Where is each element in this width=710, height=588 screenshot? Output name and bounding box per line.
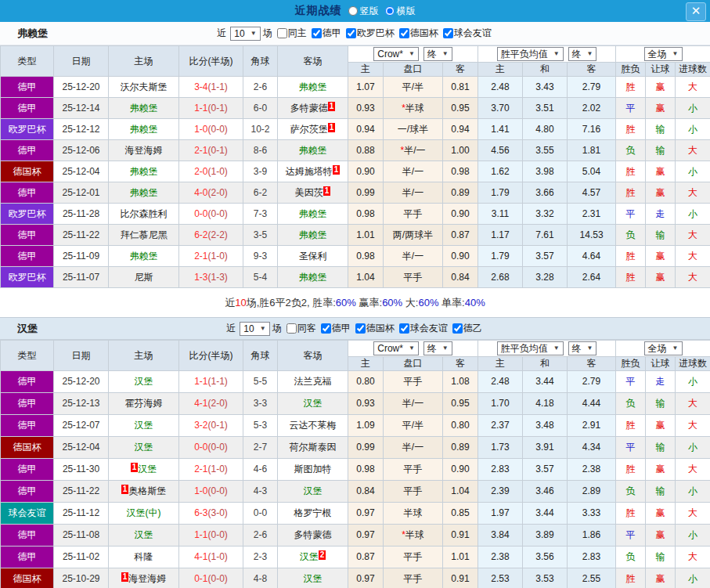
team-name[interactable]: 汉堡(中) (127, 503, 161, 524)
team-name[interactable]: 汉堡 (135, 525, 153, 546)
horizontal-layout-radio[interactable] (385, 6, 395, 16)
period-select[interactable]: 10 ▼ (240, 322, 269, 336)
league-checkbox[interactable] (452, 323, 463, 334)
team-name[interactable]: 比尔森胜利 (121, 204, 168, 224)
odds-provider-select[interactable]: Crow* ▼ (373, 47, 419, 61)
team-name[interactable]: 弗赖堡 (130, 98, 158, 118)
team-name[interactable]: 汉堡 (304, 481, 323, 502)
team-name[interactable]: 弗赖堡 (299, 204, 327, 224)
team-name[interactable]: 荷尔斯泰因 (290, 437, 337, 458)
team-name[interactable]: 汉堡 (304, 568, 323, 588)
result-handicap: 赢 (646, 77, 676, 98)
league-checkbox[interactable] (321, 323, 331, 334)
team-name[interactable]: 汉堡2 (300, 547, 326, 568)
away-team: 弗赖堡 (278, 77, 348, 98)
same-venue-checkbox[interactable] (277, 28, 287, 38)
halftime-score: (1-0) (208, 464, 228, 474)
col-header-away: 客场 (278, 46, 348, 77)
league-filter-option[interactable]: 德甲 (321, 322, 351, 335)
vertical-layout-radio[interactable] (348, 6, 358, 16)
corner-score: 2-6 (243, 525, 278, 547)
team-name[interactable]: 汉堡 (135, 437, 153, 458)
league-filter-option[interactable]: 德甲 (312, 27, 341, 40)
col-header-home: 主场 (109, 46, 179, 77)
league-filter-option[interactable]: 德国杯 (355, 322, 395, 335)
league-filter-option[interactable]: 德国杯 (399, 27, 438, 40)
team-name[interactable]: 多特蒙德 (294, 525, 332, 546)
odds-stage-select[interactable]: 终 ▼ (423, 341, 452, 355)
team-name[interactable]: 斯图加特 (294, 459, 332, 480)
league-filter-option[interactable]: 球会友谊 (443, 27, 492, 40)
handicap-odds-home: 0.93 (348, 98, 384, 119)
team-name[interactable]: 弗赖堡 (299, 267, 327, 287)
team-name[interactable]: 弗赖堡 (130, 161, 158, 182)
team-name[interactable]: 美因茨1 (295, 182, 331, 203)
section-hamburg: 汉堡 近 10 ▼ 场 同客 德甲 德国杯 (0, 317, 710, 588)
team-name[interactable]: 萨尔茨堡1 (290, 119, 336, 139)
team-name[interactable]: 霍芬海姆 (125, 393, 163, 414)
team-name[interactable]: 海登海姆 (125, 140, 163, 161)
team-name[interactable]: 汉堡 (135, 371, 153, 392)
team-name[interactable]: 达姆施塔特1 (286, 161, 341, 182)
team-name[interactable]: 法兰克福 (294, 371, 332, 392)
odds-provider-select[interactable]: Crow* ▼ (373, 341, 419, 355)
col-header-goals-result: 进球数 (676, 357, 710, 371)
result-wdl: 胜 (616, 415, 646, 437)
team-name[interactable]: 弗赖堡 (299, 140, 327, 161)
team-name[interactable]: 拜仁慕尼黑 (121, 225, 168, 245)
wdl-mean-select[interactable]: 胜平负均值 ▼ (497, 341, 564, 355)
league-checkbox[interactable] (399, 323, 409, 334)
team-name[interactable]: 汉堡 (135, 415, 153, 436)
team-name[interactable]: 沃尔夫斯堡 (121, 77, 168, 97)
team-name[interactable]: 1奥格斯堡 (121, 481, 167, 502)
fulltime-score: 1-1 (194, 103, 207, 114)
wdl-mean-select[interactable]: 胜平负均值 ▼ (497, 47, 564, 61)
wdl-stage-select[interactable]: 终 ▼ (568, 341, 597, 355)
summary-part: 单率: (438, 296, 464, 310)
team-name[interactable]: 格罗宁根 (294, 503, 332, 524)
team-name-text: 弗赖堡 (299, 208, 327, 219)
halftime-score: (0-0) (208, 573, 228, 584)
same-venue-option[interactable]: 同主 (277, 27, 307, 40)
col-header-mean-draw: 和 (523, 357, 568, 371)
scope-select[interactable]: 全场 ▼ (644, 341, 683, 355)
team-name[interactable]: 1汉堡 (131, 459, 157, 480)
league-checkbox[interactable] (443, 28, 453, 38)
league-filter-option[interactable]: 欧罗巴杯 (346, 27, 395, 40)
wdl-stage-select[interactable]: 终 ▼ (568, 47, 597, 61)
league-filter-option[interactable]: 德乙 (452, 322, 482, 335)
close-button[interactable]: ✕ (686, 2, 706, 21)
team-name[interactable]: 科隆 (135, 547, 153, 568)
league-checkbox[interactable] (355, 323, 366, 334)
team-name[interactable]: 弗赖堡 (130, 246, 158, 266)
team-name-text: 弗赖堡 (130, 251, 158, 262)
team-name[interactable]: 弗赖堡 (130, 182, 158, 203)
team-name[interactable]: 弗赖堡 (299, 77, 327, 97)
league-checkbox[interactable] (399, 28, 409, 38)
team-name[interactable]: 圣保利 (299, 246, 327, 266)
team-name[interactable]: 尼斯 (135, 267, 153, 287)
team-name[interactable]: 1海登海姆 (121, 568, 167, 588)
result-goals: 小 (676, 204, 710, 225)
team-name[interactable]: 弗赖堡 (299, 225, 327, 245)
team-name[interactable]: 汉堡 (304, 393, 323, 414)
team-name[interactable]: 多特蒙德1 (290, 98, 336, 118)
team-name[interactable]: 弗赖堡 (130, 119, 158, 139)
result-handicap: 赢 (646, 415, 676, 437)
home-team: 拜仁慕尼黑 (109, 225, 179, 246)
scope-select[interactable]: 全场 ▼ (644, 47, 683, 61)
corner-score: 0-0 (243, 503, 278, 525)
period-select[interactable]: 10 ▼ (230, 27, 260, 41)
league-checkbox[interactable] (312, 28, 322, 38)
league-checkbox[interactable] (346, 28, 356, 38)
match-score: 1-0(0-0) (179, 481, 243, 503)
layout-option-vertical[interactable]: 竖版 (348, 5, 379, 18)
layout-option-horizontal[interactable]: 横版 (385, 5, 416, 18)
league-filter-option[interactable]: 球会友谊 (399, 322, 448, 335)
same-venue-checkbox[interactable] (287, 323, 297, 334)
same-venue-option[interactable]: 同客 (287, 322, 316, 335)
match-row: 德甲25-11-08汉堡1-1(0-0)2-6多特蒙德0.97*半球0.913.… (1, 525, 710, 547)
match-date: 25-11-07 (54, 267, 109, 288)
odds-stage-select[interactable]: 终 ▼ (423, 47, 452, 61)
team-name[interactable]: 云达不莱梅 (290, 415, 337, 436)
